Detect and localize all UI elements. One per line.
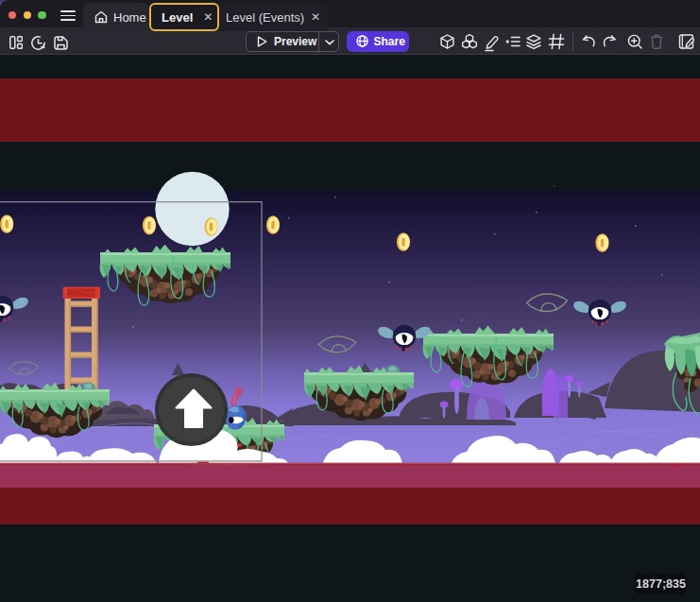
svg-text:1877;835: 1877;835 — [636, 577, 686, 591]
